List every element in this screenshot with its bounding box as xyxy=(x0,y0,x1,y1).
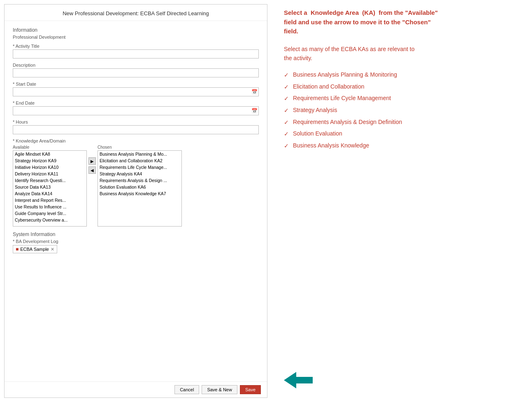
list-item[interactable]: Strategy Analysis KA4 xyxy=(98,171,181,177)
end-date-calendar-icon[interactable]: 📅 xyxy=(251,108,258,114)
start-date-label: Start Date xyxy=(13,82,259,86)
description-input[interactable] xyxy=(13,68,259,77)
arrow-buttons-container: ▶ ◀ xyxy=(88,145,96,174)
regular-text: Select as many of the ECBA KAs as are re… xyxy=(284,44,520,63)
checklist-item: ✓ Business Analysis Knowledge xyxy=(284,142,520,150)
list-item[interactable]: Business Analysis Planning & Mo... xyxy=(98,151,181,157)
list-item[interactable]: Source Data KA13 xyxy=(13,184,86,190)
chosen-list[interactable]: Business Analysis Planning & Mo... Elici… xyxy=(98,150,182,227)
checkmark-icon: ✓ xyxy=(284,142,289,150)
tag-file-icon: ■ xyxy=(16,246,19,252)
checklist: ✓ Business Analysis Planning & Monitorin… xyxy=(284,71,520,150)
end-date-input[interactable] xyxy=(13,106,259,115)
end-date-label: End Date xyxy=(13,100,259,105)
move-left-button[interactable]: ◀ xyxy=(88,166,96,174)
available-header: Available xyxy=(13,145,87,150)
start-date-input[interactable] xyxy=(13,87,259,96)
section-information-label: Information xyxy=(13,27,259,33)
dual-list-container: Available Agile Mindset KA8 Strategy Hor… xyxy=(13,145,259,227)
list-item[interactable]: Agile Mindset KA8 xyxy=(13,151,86,157)
description-group: Description xyxy=(13,63,259,77)
activity-title-input[interactable] xyxy=(13,49,259,58)
left-panel: New Professional Development: ECBA Self … xyxy=(4,4,267,398)
information-section: Information Professional Development xyxy=(13,27,259,40)
checklist-item: ✓ Requirements Life Cycle Management xyxy=(284,94,520,103)
left-arrow-indicator xyxy=(284,372,313,390)
checkmark-icon: ✓ xyxy=(284,71,289,79)
right-panel: Select a Knowledge Area (KA) from the "A… xyxy=(272,0,532,402)
hours-group: Hours xyxy=(13,119,259,134)
chosen-header: Chosen xyxy=(98,145,182,150)
checklist-item-text: Requirements Life Cycle Management xyxy=(293,94,391,103)
hours-input[interactable] xyxy=(13,125,259,134)
activity-title-label: Activity Title xyxy=(13,44,259,49)
list-item[interactable]: Strategy Horizon KA9 xyxy=(13,157,86,164)
start-date-wrapper: 📅 xyxy=(13,87,259,96)
list-item[interactable]: Elicitation and Collaboration KA2 xyxy=(98,157,181,164)
checklist-item: ✓ Strategy Analysis xyxy=(284,106,520,115)
hours-label: Hours xyxy=(13,119,259,124)
tag-close-button[interactable]: ✕ xyxy=(51,247,54,252)
checklist-item-text: Business Analysis Planning & Monitoring xyxy=(293,71,397,79)
knowledge-area-label: * Knowledge Area/Domain xyxy=(13,138,259,143)
end-date-group: End Date 📅 xyxy=(13,100,259,115)
checklist-item: ✓ Requirements Analysis & Design Definit… xyxy=(284,118,520,127)
list-item[interactable]: Initiative Horizon KA10 xyxy=(13,164,86,171)
activity-title-group: Activity Title xyxy=(13,44,259,58)
checkmark-icon: ✓ xyxy=(284,83,289,91)
start-date-calendar-icon[interactable]: 📅 xyxy=(251,89,258,95)
checkmark-icon: ✓ xyxy=(284,107,289,115)
list-item[interactable]: Requirements Analysis & Design ... xyxy=(98,177,181,184)
checklist-item-text: Elicitation and Collaboration xyxy=(293,83,365,91)
checklist-item: ✓ Solution Evaluation xyxy=(284,130,520,138)
system-info-label: System Information xyxy=(13,231,259,237)
checkmark-icon: ✓ xyxy=(284,130,289,138)
list-item[interactable]: Interpret and Report Res... xyxy=(13,197,86,203)
form-title: New Professional Development: ECBA Self … xyxy=(5,5,267,21)
sub-label: Professional Development xyxy=(13,35,259,40)
checkmark-icon: ✓ xyxy=(284,119,289,127)
form-footer: Cancel Save & New Save xyxy=(5,381,267,397)
list-item[interactable]: Business Analysis Knowledge KA7 xyxy=(98,190,181,197)
list-item[interactable]: Solution Evaluation KA6 xyxy=(98,184,181,190)
checklist-item: ✓ Business Analysis Planning & Monitorin… xyxy=(284,71,520,79)
checklist-item-text: Solution Evaluation xyxy=(293,130,342,138)
chosen-column: Chosen Business Analysis Planning & Mo..… xyxy=(98,145,182,227)
list-item[interactable]: Analyze Data KA14 xyxy=(13,190,86,197)
description-label: Description xyxy=(13,63,259,68)
list-item[interactable]: Identify Research Questi... xyxy=(13,177,86,184)
cancel-button[interactable]: Cancel xyxy=(174,385,199,394)
checklist-item-text: Requirements Analysis & Design Definitio… xyxy=(293,118,402,126)
svg-marker-0 xyxy=(284,372,313,388)
move-right-button[interactable]: ▶ xyxy=(88,157,96,165)
list-item[interactable]: Delivery Horizon KA11 xyxy=(13,171,86,177)
save-new-button[interactable]: Save & New xyxy=(202,385,237,394)
list-item[interactable]: Cybersecurity Overview a... xyxy=(13,217,86,223)
checklist-item-text: Business Analysis Knowledge xyxy=(293,142,369,150)
checklist-item: ✓ Elicitation and Collaboration xyxy=(284,83,520,91)
available-column: Available Agile Mindset KA8 Strategy Hor… xyxy=(13,145,87,227)
highlight-text: Select a Knowledge Area (KA) from the "A… xyxy=(284,8,520,36)
save-button[interactable]: Save xyxy=(240,385,261,394)
ba-dev-log-label: BA Development Log xyxy=(13,239,259,244)
checkmark-icon: ✓ xyxy=(284,95,289,103)
tag-text: ECBA Sample xyxy=(20,247,49,252)
checklist-item-text: Strategy Analysis xyxy=(293,106,337,115)
start-date-group: Start Date 📅 xyxy=(13,82,259,96)
list-item[interactable]: Use Results to Influence ... xyxy=(13,203,86,210)
list-item[interactable]: Guide Company level Str... xyxy=(13,210,86,217)
ba-dev-log-tag: ■ ECBA Sample ✕ xyxy=(13,245,57,253)
available-list[interactable]: Agile Mindset KA8 Strategy Horizon KA9 I… xyxy=(13,150,87,227)
form-body: Information Professional Development Act… xyxy=(5,21,267,259)
knowledge-area-section: * Knowledge Area/Domain Available Agile … xyxy=(13,138,259,227)
system-info-section: System Information BA Development Log ■ … xyxy=(13,231,259,253)
list-item[interactable]: Requirements Life Cycle Manage... xyxy=(98,164,181,171)
end-date-wrapper: 📅 xyxy=(13,106,259,115)
